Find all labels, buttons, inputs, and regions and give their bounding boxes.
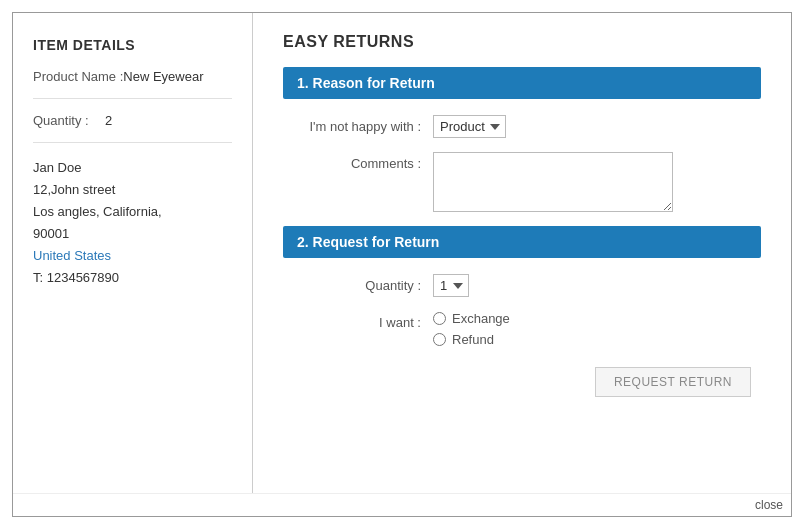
divider-2 <box>33 142 232 143</box>
address-line2: Los angles, California, <box>33 201 232 223</box>
section1-header: 1. Reason for Return <box>283 67 761 99</box>
comments-row: Comments : <box>283 152 761 212</box>
exchange-radio[interactable] <box>433 312 446 325</box>
refund-label: Refund <box>452 332 494 347</box>
modal-body: ITEM DETAILS Product Name : New Eyewear … <box>13 13 791 493</box>
want-row: I want : Exchange Refund <box>283 311 761 347</box>
left-panel: ITEM DETAILS Product Name : New Eyewear … <box>13 13 253 493</box>
easy-returns-title: EASY RETURNS <box>283 33 761 51</box>
unhappy-row: I'm not happy with : Product Service Oth… <box>283 115 761 138</box>
want-label: I want : <box>303 311 433 330</box>
product-label: Product Name : <box>33 69 123 84</box>
product-value: New Eyewear <box>123 69 203 84</box>
refund-option[interactable]: Refund <box>433 332 510 347</box>
close-bar: close <box>13 493 791 516</box>
customer-name: Jan Doe <box>33 157 232 179</box>
quantity-row: Quantity : 2 <box>33 113 232 128</box>
item-details-title: ITEM DETAILS <box>33 37 232 53</box>
product-row: Product Name : New Eyewear <box>33 69 232 84</box>
refund-radio[interactable] <box>433 333 446 346</box>
quantity-label: Quantity : <box>33 113 105 128</box>
button-row: REQUEST RETURN <box>283 367 761 397</box>
address-line3: 90001 <box>33 223 232 245</box>
return-quantity-select[interactable]: 1 2 3 4 5 <box>433 274 469 297</box>
exchange-option[interactable]: Exchange <box>433 311 510 326</box>
address-line1: 12,John street <box>33 179 232 201</box>
unhappy-select[interactable]: Product Service Other <box>433 115 506 138</box>
unhappy-label: I'm not happy with : <box>303 115 433 134</box>
address-phone: T: 1234567890 <box>33 267 232 289</box>
modal: ITEM DETAILS Product Name : New Eyewear … <box>12 12 792 517</box>
comments-textarea[interactable] <box>433 152 673 212</box>
address-block: Jan Doe 12,John street Los angles, Calif… <box>33 157 232 290</box>
close-button[interactable]: close <box>755 498 783 512</box>
comments-label: Comments : <box>303 152 433 171</box>
return-quantity-row: Quantity : 1 2 3 4 5 <box>283 274 761 297</box>
want-options: Exchange Refund <box>433 311 510 347</box>
right-panel: EASY RETURNS 1. Reason for Return I'm no… <box>253 13 791 493</box>
quantity-value: 2 <box>105 113 112 128</box>
return-quantity-label: Quantity : <box>303 274 433 293</box>
exchange-label: Exchange <box>452 311 510 326</box>
divider-1 <box>33 98 232 99</box>
section2-header: 2. Request for Return <box>283 226 761 258</box>
address-country: United States <box>33 245 232 267</box>
request-return-button[interactable]: REQUEST RETURN <box>595 367 751 397</box>
